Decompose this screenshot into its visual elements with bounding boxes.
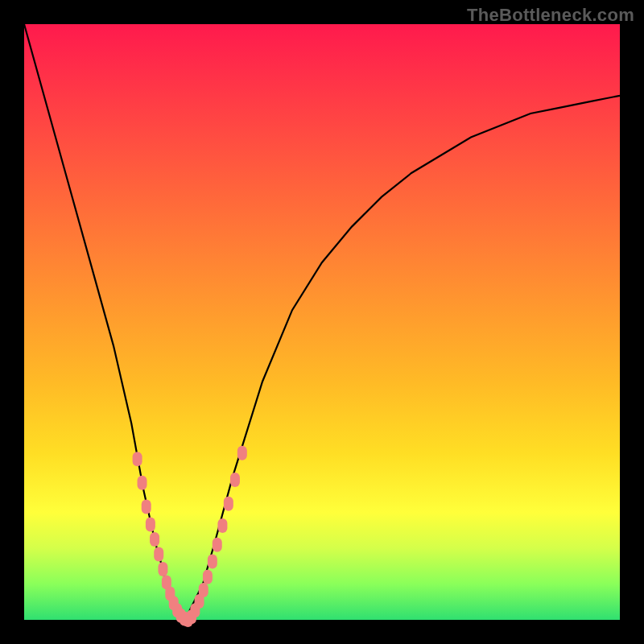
curve-marker [224,497,233,511]
curve-marker [237,446,247,460]
curve-marker [146,518,155,532]
curve-marker [158,562,167,576]
chart-frame: TheBottleneck.com [0,0,644,644]
watermark-text: TheBottleneck.com [467,5,634,26]
curve-line [24,24,620,620]
curve-marker [133,452,142,466]
curve-marker [203,570,213,584]
chart-svg [24,24,620,620]
curve-marker [150,532,159,547]
curve-marker [213,538,222,552]
curve-marker [138,476,147,490]
curve-marker [208,554,217,568]
curve-marker [142,499,151,514]
curve-marker [154,547,163,562]
curve-marker [199,583,208,597]
plot-area [24,24,620,620]
curve-marker [217,518,227,533]
curve-markers [133,446,247,627]
curve-marker [230,473,240,487]
